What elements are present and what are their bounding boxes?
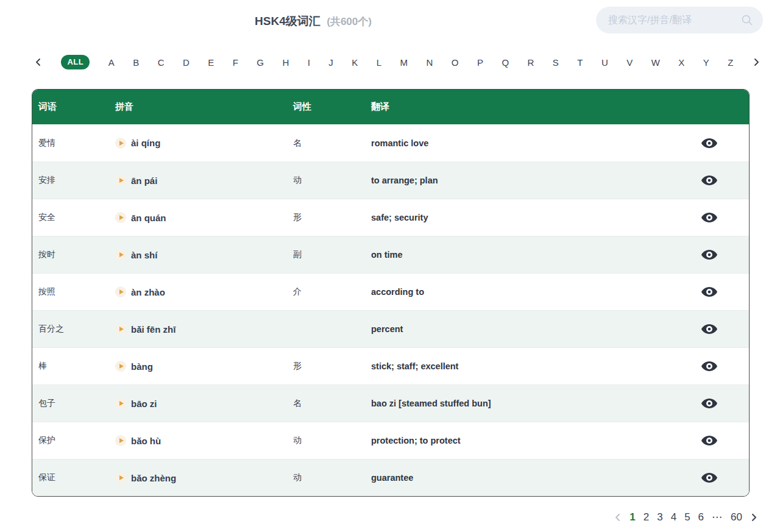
word-cell: 按时 bbox=[38, 249, 115, 260]
alphabet-filter-letter[interactable]: R bbox=[528, 57, 534, 68]
alphabet-filter-letter[interactable]: C bbox=[158, 57, 165, 68]
eye-icon[interactable] bbox=[701, 137, 718, 149]
alphabet-filter-letter[interactable]: Y bbox=[703, 57, 709, 68]
pinyin-cell: ài qíng bbox=[115, 138, 293, 149]
alphabet-filter-letter[interactable]: D bbox=[183, 57, 190, 68]
play-audio-icon[interactable] bbox=[115, 138, 126, 149]
eye-icon[interactable] bbox=[701, 323, 718, 335]
alphabet-filter-letter[interactable]: V bbox=[626, 57, 633, 68]
eye-icon[interactable] bbox=[701, 211, 718, 224]
title-wrap: HSK4级词汇 (共600个) bbox=[0, 13, 626, 29]
pinyin-cell: àn shí bbox=[115, 249, 293, 260]
alphabet-filter-letter[interactable]: Z bbox=[728, 57, 733, 68]
pos-cell: 副 bbox=[293, 249, 371, 260]
alphabet-filter-letter[interactable]: S bbox=[553, 57, 559, 68]
pos-cell: 名 bbox=[293, 138, 371, 149]
pinyin-cell: ān pái bbox=[115, 175, 293, 186]
table-row: 百分之 bǎi fēn zhī percent bbox=[32, 310, 749, 347]
pinyin-cell: àn zhào bbox=[115, 286, 293, 297]
alphabet-filter-letter[interactable]: P bbox=[477, 57, 483, 68]
pagination-page[interactable]: 3 bbox=[657, 511, 662, 523]
play-audio-icon[interactable] bbox=[115, 249, 126, 260]
alphabet-filter-letter[interactable]: U bbox=[601, 57, 608, 68]
table-row: 保护 bǎo hù 动 protection; to protect bbox=[32, 422, 749, 459]
actions-cell bbox=[670, 137, 749, 149]
table-header-row: 词语 拼音 词性 翻译 bbox=[32, 90, 749, 124]
alphabet-prev-icon[interactable] bbox=[34, 57, 43, 67]
alphabet-filter-letter[interactable]: L bbox=[377, 57, 381, 68]
translation-cell: percent bbox=[371, 324, 670, 334]
table-row: 棒 bàng 形 stick; staff; excellent bbox=[32, 347, 749, 385]
play-audio-icon[interactable] bbox=[115, 435, 126, 446]
table-row: 爱情 ài qíng 名 romantic love bbox=[32, 124, 749, 161]
eye-icon[interactable] bbox=[701, 434, 718, 447]
alphabet-filter-letter[interactable]: N bbox=[427, 57, 433, 68]
word-cell: 爱情 bbox=[38, 138, 115, 149]
search-bar[interactable] bbox=[596, 7, 763, 34]
pinyin-text: àn zhào bbox=[131, 287, 165, 297]
play-audio-icon[interactable] bbox=[115, 212, 126, 223]
alphabet-filter-letter[interactable]: J bbox=[328, 57, 333, 68]
alphabet-filter-letter[interactable]: E bbox=[208, 57, 214, 68]
word-cell: 棒 bbox=[38, 361, 115, 372]
table-row: 包子 bāo zi 名 bao zi [steamed stuffed bun] bbox=[32, 385, 749, 422]
alphabet-filter-letter[interactable]: O bbox=[452, 57, 459, 68]
pagination-page[interactable]: 4 bbox=[671, 511, 676, 523]
pagination-next-icon[interactable] bbox=[750, 512, 758, 522]
alphabet-filter-all[interactable]: ALL bbox=[61, 55, 90, 69]
search-input[interactable] bbox=[608, 15, 736, 26]
translation-cell: romantic love bbox=[371, 138, 670, 148]
alphabet-filter-letter[interactable]: B bbox=[133, 57, 139, 68]
search-icon[interactable] bbox=[741, 14, 753, 26]
alphabet-filter-letter[interactable]: X bbox=[678, 57, 684, 68]
eye-icon[interactable] bbox=[701, 472, 718, 484]
alphabet-next-icon[interactable] bbox=[752, 57, 760, 67]
translation-cell: guarantee bbox=[371, 473, 670, 483]
word-cell: 按照 bbox=[38, 286, 115, 297]
alphabet-filter-letter[interactable]: F bbox=[233, 57, 238, 68]
play-audio-icon[interactable] bbox=[115, 324, 126, 335]
alphabet-filter-letter[interactable]: T bbox=[577, 57, 583, 68]
pagination-page[interactable]: 6 bbox=[698, 511, 704, 523]
pagination: 123456⋯60 bbox=[614, 511, 758, 523]
alphabet-filter-letter[interactable]: I bbox=[308, 57, 310, 68]
pagination-prev-icon[interactable] bbox=[614, 512, 622, 522]
pinyin-cell: bǎi fēn zhī bbox=[115, 324, 293, 335]
word-cell: 安排 bbox=[38, 175, 115, 186]
column-header-translation: 翻译 bbox=[371, 101, 670, 113]
pagination-page[interactable]: 60 bbox=[731, 511, 742, 523]
actions-cell bbox=[670, 360, 749, 372]
alphabet-filter-letter[interactable]: W bbox=[651, 57, 660, 68]
alphabet-filter-letter[interactable]: H bbox=[282, 57, 289, 68]
eye-icon[interactable] bbox=[701, 286, 718, 298]
eye-icon[interactable] bbox=[701, 249, 718, 261]
pagination-page[interactable]: 2 bbox=[644, 511, 649, 523]
table-row: 保证 bǎo zhèng 动 guarantee bbox=[32, 459, 749, 496]
play-audio-icon[interactable] bbox=[115, 472, 126, 483]
pagination-page[interactable]: 5 bbox=[684, 511, 690, 523]
table-row: 按时 àn shí 副 on time bbox=[32, 236, 749, 273]
alphabet-filter-letter[interactable]: Q bbox=[502, 57, 509, 68]
table-row: 安全 ān quán 形 safe; security bbox=[32, 199, 749, 236]
translation-cell: according to bbox=[371, 287, 670, 297]
alphabet-filter-letter[interactable]: K bbox=[352, 57, 358, 68]
play-audio-icon[interactable] bbox=[115, 361, 126, 372]
alphabet-filter-bar: ALL ABCDEFGHIJKLMNOPQRSTUVWXYZ bbox=[34, 54, 760, 71]
alphabet-filter-letter[interactable]: M bbox=[400, 57, 408, 68]
pagination-page[interactable]: 1 bbox=[629, 511, 635, 523]
alphabet-filter-letter[interactable]: A bbox=[108, 57, 115, 68]
play-audio-icon[interactable] bbox=[115, 398, 126, 409]
eye-icon[interactable] bbox=[701, 397, 718, 410]
pos-cell: 形 bbox=[293, 361, 371, 372]
alphabet-filter-letter[interactable]: G bbox=[257, 57, 264, 68]
column-header-pos: 词性 bbox=[293, 101, 371, 113]
eye-icon[interactable] bbox=[701, 360, 718, 372]
translation-cell: bao zi [steamed stuffed bun] bbox=[371, 399, 670, 408]
pos-cell: 形 bbox=[293, 212, 371, 223]
column-header-pinyin: 拼音 bbox=[115, 101, 293, 113]
eye-icon[interactable] bbox=[701, 174, 718, 186]
actions-cell bbox=[670, 323, 749, 335]
play-audio-icon[interactable] bbox=[115, 175, 126, 186]
column-header-word: 词语 bbox=[38, 101, 115, 113]
play-audio-icon[interactable] bbox=[115, 286, 126, 297]
